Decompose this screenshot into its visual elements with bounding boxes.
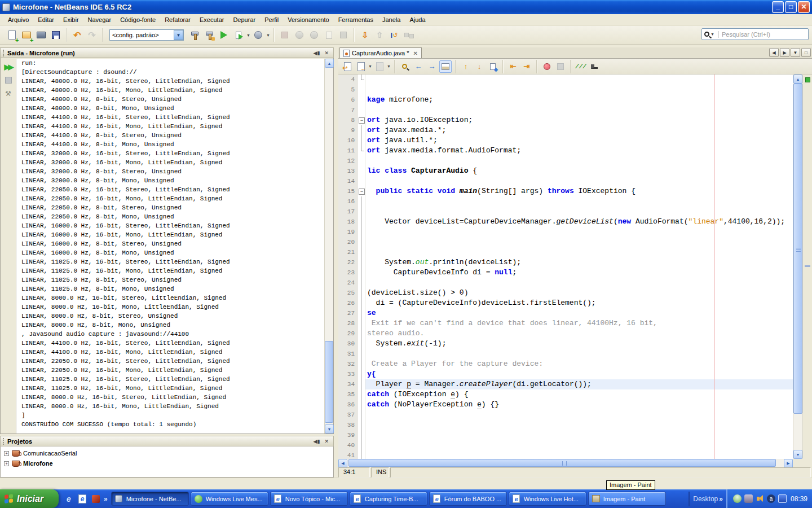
panel-drag-grip[interactable]	[3, 438, 5, 445]
open-project-icon[interactable]	[34, 28, 48, 42]
redo-icon[interactable]: ↷	[85, 28, 99, 42]
toggle-bookmark-icon[interactable]: ◆	[487, 60, 499, 73]
new-project-icon[interactable]: +	[20, 28, 33, 42]
internet-explorer-icon[interactable]: e	[64, 494, 74, 504]
panel-drag-grip[interactable]	[3, 50, 5, 56]
messenger-icon[interactable]	[778, 494, 787, 503]
debug-dropdown-icon[interactable]: ▼	[246, 28, 251, 42]
camera-icon[interactable]	[744, 494, 753, 503]
task-button-f-rum-do-baboo[interactable]: eFórum do BABOO ...	[429, 492, 507, 506]
editor-scroll-thumb[interactable]	[793, 84, 802, 414]
tab-list-dropdown-icon[interactable]: ▼	[791, 48, 800, 57]
step-over-icon[interactable]	[322, 28, 336, 42]
projects-panel-header[interactable]: Projetos ◀▮ ✕	[0, 436, 334, 446]
back-dropdown-icon[interactable]: ▼	[368, 60, 373, 73]
media-app-icon[interactable]	[91, 494, 101, 504]
fold-toggle-icon[interactable]	[358, 186, 365, 196]
previous-bookmark-icon[interactable]: ↑	[460, 60, 472, 73]
editor-horizontal-scrollbar[interactable]: ◀ ▶	[338, 459, 793, 467]
debug-icon[interactable]	[232, 28, 245, 42]
rerun-icon[interactable]: ▶▶	[3, 61, 14, 72]
close-panel-icon[interactable]: ✕	[322, 439, 331, 444]
fold-toggle-icon[interactable]	[358, 115, 365, 125]
search-input[interactable]: ▼ Pesquisar (Ctrl+I)	[701, 28, 809, 40]
output-vertical-scrollbar[interactable]: ▲ ▼	[324, 59, 333, 433]
start-button[interactable]: Iniciar	[0, 489, 59, 508]
scroll-up-icon[interactable]: ▲	[325, 59, 334, 68]
maximize-button[interactable]: □	[785, 1, 797, 13]
menu-item-editar[interactable]: Editar	[33, 15, 59, 24]
next-bookmark-icon[interactable]: ↓	[473, 60, 486, 73]
update-icon[interactable]: ⇩	[358, 28, 372, 42]
current-line-mark[interactable]	[805, 265, 810, 267]
task-button-windows-live-hot[interactable]: eWindows Live Hot...	[509, 492, 586, 506]
error-stripe[interactable]	[802, 75, 812, 459]
task-button-windows-live-mes[interactable]: Windows Live Mes...	[191, 492, 268, 506]
tab-close-icon[interactable]: ✕	[413, 50, 418, 56]
projects-tree[interactable]: +ComunicacaoSerial+Microfone	[0, 446, 334, 478]
diff-icon[interactable]	[402, 28, 416, 42]
toggle-highlight-icon[interactable]	[439, 60, 452, 73]
panel-splitter[interactable]	[334, 47, 338, 478]
menu-item-refatorar[interactable]: Refatorar	[160, 15, 195, 24]
title-bar[interactable]: Microfone - NetBeans IDE 6.5 RC2 _ □ ✕	[0, 0, 812, 14]
config-combobox[interactable]: <config. padrão>▼	[109, 29, 184, 41]
messenger-status-icon[interactable]	[733, 494, 742, 503]
project-node-comunicacaoserial[interactable]: +ComunicacaoSerial	[1, 448, 333, 458]
build-options-icon[interactable]: ⚒	[3, 88, 14, 99]
menu-item-cdigofonte[interactable]: Código-fonte	[116, 15, 160, 24]
undo-icon[interactable]: ↶	[70, 28, 84, 42]
search-dropdown-icon[interactable]: ▼	[710, 28, 715, 41]
stop-macro-recording-icon[interactable]	[554, 60, 567, 73]
code-editor[interactable]: 456kage microfone;78ort java.io.IOExcept…	[338, 75, 793, 459]
scroll-down-icon[interactable]: ▼	[325, 424, 334, 433]
scroll-tabs-right-icon[interactable]: ▶	[780, 48, 789, 57]
output-console[interactable]: run:[DirectSoundCapture : dsound://LINEA…	[16, 59, 324, 433]
pause-icon[interactable]	[293, 28, 306, 42]
stop-build-icon[interactable]	[3, 75, 14, 86]
last-edit-location-icon[interactable]: ↩	[341, 60, 354, 73]
close-panel-icon[interactable]: ✕	[322, 50, 331, 56]
forward-dropdown-icon[interactable]: ▼	[386, 60, 391, 73]
volume-icon[interactable]	[756, 494, 764, 503]
scroll-up-icon[interactable]: ▲	[793, 75, 802, 84]
scroll-left-icon[interactable]: ◀	[338, 459, 347, 468]
scroll-down-icon[interactable]: ▼	[793, 450, 802, 459]
project-node-microfone[interactable]: +Microfone	[1, 458, 333, 468]
menu-item-navegar[interactable]: Navegar	[83, 15, 116, 24]
find-previous-icon[interactable]: ←	[412, 60, 425, 73]
forward-icon[interactable]	[373, 60, 386, 73]
task-button-novo-t-pico-mic[interactable]: eNovo Tópico - Mic...	[270, 492, 348, 506]
task-button-imagem-paint[interactable]: Imagem - Paint	[588, 492, 666, 506]
desktop-overflow-icon[interactable]: »	[719, 495, 723, 503]
expand-icon[interactable]: +	[4, 451, 9, 456]
close-button[interactable]: ✕	[798, 1, 810, 13]
find-selection-icon[interactable]	[399, 60, 411, 73]
minimize-panel-icon[interactable]: ◀▮	[311, 50, 323, 56]
task-button-capturing-time-b[interactable]: eCapturing Time-B...	[350, 492, 427, 506]
scroll-right-icon[interactable]: ▶	[784, 459, 793, 468]
profile-icon[interactable]	[251, 28, 265, 42]
output-panel-header[interactable]: Saída - Microfone (run) ◀▮ ✕	[0, 47, 334, 58]
menu-item-exibir[interactable]: Exibir	[59, 15, 83, 24]
task-button-microfone-netbe[interactable]: Microfone - NetBe...	[111, 492, 189, 506]
revert-modifications-icon[interactable]: I↺	[387, 28, 401, 42]
minimize-panel-icon[interactable]: ◀▮	[311, 439, 323, 444]
menu-item-depurar[interactable]: Depurar	[228, 15, 260, 24]
minimize-button[interactable]: _	[772, 1, 784, 13]
step-into-icon[interactable]	[337, 28, 350, 42]
menu-item-versionamento[interactable]: Versionamento	[283, 15, 333, 24]
back-icon[interactable]: ←	[355, 60, 367, 73]
menu-item-executar[interactable]: Executar	[195, 15, 228, 24]
desktop-toolbar[interactable]: Desktop »	[689, 492, 726, 506]
combobox-dropdown-icon[interactable]: ▼	[174, 30, 183, 40]
quick-launch-overflow-icon[interactable]: »	[104, 495, 108, 503]
outlook-express-icon[interactable]: e	[77, 494, 87, 504]
new-file-icon[interactable]: +	[5, 28, 19, 42]
scroll-tabs-left-icon[interactable]: ◀	[769, 48, 779, 57]
continue-icon[interactable]	[307, 28, 321, 42]
tab-capturaraudio[interactable]: CapturarAudio.java * ✕	[339, 47, 422, 58]
antivirus-icon[interactable]: a	[767, 494, 775, 503]
run-icon[interactable]	[217, 28, 231, 42]
profile-dropdown-icon[interactable]: ▼	[266, 28, 271, 42]
